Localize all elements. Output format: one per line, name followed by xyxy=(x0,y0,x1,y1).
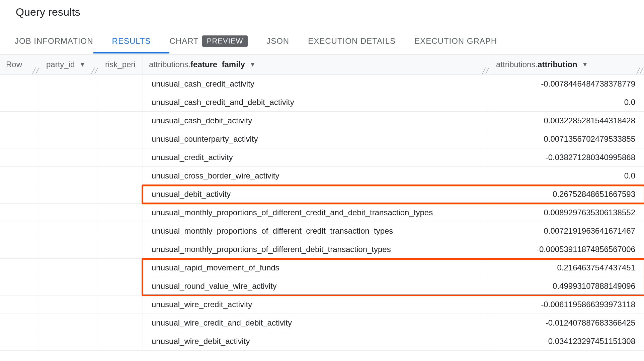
tab-results[interactable]: RESULTS xyxy=(112,29,151,53)
tab-chart[interactable]: CHART PREVIEW xyxy=(169,28,248,54)
cell-risk-period xyxy=(99,130,143,148)
cell-party-id xyxy=(40,314,99,332)
cell-party-id xyxy=(40,222,99,240)
cell-risk-period xyxy=(99,167,143,185)
results-header: Query results xyxy=(0,0,644,28)
column-header-risk-period[interactable]: risk_peri xyxy=(99,54,143,75)
cell-risk-period xyxy=(99,332,143,351)
tab-label: JOB INFORMATION xyxy=(15,36,93,46)
cell-risk-period xyxy=(99,222,143,240)
cell-feature-family: unusual_cash_debit_activity xyxy=(143,112,490,130)
table-row: unusual_monthly_proportions_of_different… xyxy=(0,240,644,259)
cell-row xyxy=(0,185,40,204)
cell-row xyxy=(0,130,40,148)
cell-party-id xyxy=(40,277,99,295)
cell-attribution: 0.49993107888149096 xyxy=(490,277,644,295)
chevron-down-icon: ▼ xyxy=(582,61,588,68)
table-row: unusual_monthly_proportions_of_different… xyxy=(0,222,644,240)
column-header-party-id[interactable]: party_id ▼ ╱╱ xyxy=(40,54,99,75)
cell-row xyxy=(0,75,40,93)
cell-risk-period xyxy=(99,148,143,167)
cell-feature-family: unusual_debit_activity xyxy=(143,185,490,204)
table-row: unusual_cash_credit_and_debit_activity0.… xyxy=(0,93,644,112)
cell-row xyxy=(0,167,40,185)
cell-risk-period xyxy=(99,295,143,314)
cell-party-id xyxy=(40,112,99,130)
cell-feature-family: unusual_wire_credit_activity xyxy=(143,295,490,314)
cell-attribution: -0.038271280340995868 xyxy=(490,148,644,167)
tab-job-information[interactable]: JOB INFORMATION xyxy=(15,29,93,53)
cell-feature-family: unusual_cash_credit_activity xyxy=(143,75,490,93)
tab-label: RESULTS xyxy=(112,36,151,46)
cell-attribution: 0.0 xyxy=(490,167,644,185)
preview-badge: PREVIEW xyxy=(202,35,248,47)
table-row: unusual_rapid_movement_of_funds0.2164637… xyxy=(0,259,644,277)
resize-handle-icon: ╱╱ xyxy=(32,68,39,74)
cell-party-id xyxy=(40,75,99,93)
cell-feature-family: unusual_wire_debit_activity xyxy=(143,332,490,351)
cell-party-id xyxy=(40,185,99,204)
table-row: unusual_wire_credit_activity-0.006119586… xyxy=(0,295,644,314)
cell-party-id xyxy=(40,93,99,112)
cell-party-id xyxy=(40,259,99,277)
cell-risk-period xyxy=(99,75,143,93)
column-header-row[interactable]: Row ╱╱ xyxy=(0,54,40,75)
cell-risk-period xyxy=(99,204,143,222)
tab-label: JSON xyxy=(266,36,289,46)
cell-row xyxy=(0,240,40,259)
tabs-bar: JOB INFORMATION RESULTS CHART PREVIEW JS… xyxy=(0,28,644,54)
cell-attribution: -0.0078446484738378779 xyxy=(490,75,644,93)
tab-execution-graph[interactable]: EXECUTION GRAPH xyxy=(414,29,497,53)
cell-party-id xyxy=(40,148,99,167)
chevron-down-icon: ▼ xyxy=(79,61,85,68)
tab-json[interactable]: JSON xyxy=(266,29,289,53)
table-row: unusual_cash_credit_activity-0.007844648… xyxy=(0,75,644,93)
cell-attribution: 0.2164637547437451 xyxy=(490,259,644,277)
cell-feature-family: unusual_monthly_proportions_of_different… xyxy=(143,240,490,259)
cell-risk-period xyxy=(99,314,143,332)
column-label: party_id xyxy=(46,60,75,69)
table-body: unusual_cash_credit_activity-0.007844648… xyxy=(0,75,644,351)
cell-risk-period xyxy=(99,277,143,295)
cell-risk-period xyxy=(99,259,143,277)
table-row: unusual_wire_debit_activity0.03412329745… xyxy=(0,332,644,351)
table-header-row: Row ╱╱ party_id ▼ ╱╱ risk_peri attributi… xyxy=(0,54,644,75)
cell-party-id xyxy=(40,240,99,259)
table-row: unusual_monthly_proportions_of_different… xyxy=(0,204,644,222)
column-header-attribution[interactable]: attributions.attribution ▼ ╱╱ xyxy=(490,54,644,75)
column-header-feature-family[interactable]: attributions.feature_family ▼ ╱╱ xyxy=(143,54,490,75)
tab-execution-details[interactable]: EXECUTION DETAILS xyxy=(308,29,396,53)
cell-party-id xyxy=(40,332,99,351)
column-label: risk_peri xyxy=(105,60,136,69)
cell-attribution: 0.0071356702479533855 xyxy=(490,130,644,148)
cell-feature-family: unusual_cross_border_wire_activity xyxy=(143,167,490,185)
column-label: attributions.attribution xyxy=(496,60,577,69)
cell-attribution: -0.012407887683366425 xyxy=(490,314,644,332)
cell-attribution: 0.0032285281544318428 xyxy=(490,112,644,130)
cell-feature-family: unusual_monthly_proportions_of_different… xyxy=(143,204,490,222)
cell-feature-family: unusual_counterparty_activity xyxy=(143,130,490,148)
cell-attribution: 0.26752848651667593 xyxy=(490,185,644,204)
cell-party-id xyxy=(40,295,99,314)
results-table: Row ╱╱ party_id ▼ ╱╱ risk_peri attributi… xyxy=(0,54,644,351)
resize-handle-icon: ╱╱ xyxy=(637,68,643,74)
cell-attribution: 0.0089297635306138552 xyxy=(490,204,644,222)
cell-attribution: -0.0061195866393973118 xyxy=(490,295,644,314)
cell-row xyxy=(0,148,40,167)
column-label: Row xyxy=(6,60,22,69)
cell-risk-period xyxy=(99,240,143,259)
cell-feature-family: unusual_round_value_wire_activity xyxy=(143,277,490,295)
tab-label: EXECUTION DETAILS xyxy=(308,36,396,46)
cell-row xyxy=(0,259,40,277)
cell-attribution: -0.00053911874856567006 xyxy=(490,240,644,259)
table-row: unusual_debit_activity0.2675284865166759… xyxy=(0,185,644,204)
cell-feature-family: unusual_credit_activity xyxy=(143,148,490,167)
cell-row xyxy=(0,112,40,130)
tab-label: CHART xyxy=(169,36,198,46)
cell-row xyxy=(0,204,40,222)
cell-row xyxy=(0,332,40,351)
cell-row xyxy=(0,222,40,240)
cell-attribution: 0.034123297451151308 xyxy=(490,332,644,351)
cell-row xyxy=(0,314,40,332)
cell-attribution: 0.0072191963641671467 xyxy=(490,222,644,240)
